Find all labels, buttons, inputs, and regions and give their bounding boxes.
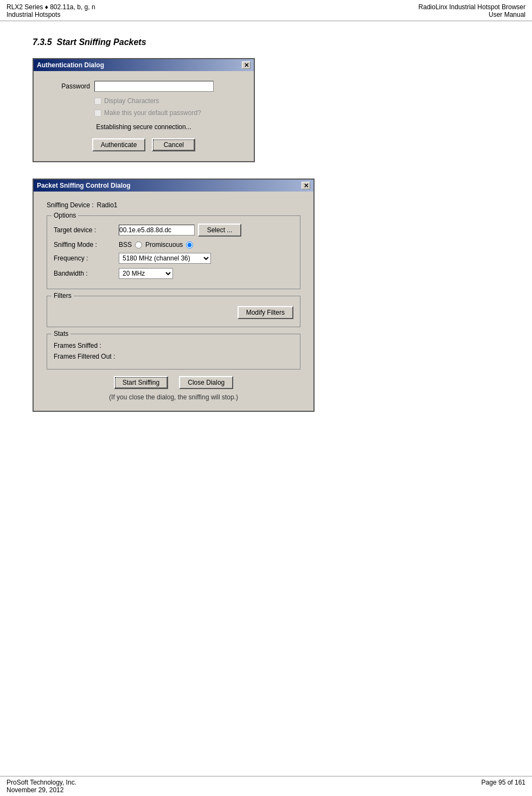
auth-display-chars-label: Display Characters <box>104 97 159 105</box>
frequency-row: Frequency : 5180 MHz (channel 36) <box>54 253 293 264</box>
header-product: RLX2 Series ♦ 802.11a, b, g, n <box>7 3 95 11</box>
sniff-device-label: Sniffing Device : <box>47 201 94 209</box>
page-footer: ProSoft Technology, Inc. November 29, 20… <box>0 776 532 796</box>
promiscuous-radio[interactable] <box>186 241 193 249</box>
bss-radio[interactable] <box>135 241 142 249</box>
sniff-note: (If you close the dialog, the sniffing w… <box>47 393 300 401</box>
options-legend: Options <box>52 212 78 219</box>
frequency-label: Frequency : <box>54 254 119 262</box>
auth-dialog-close-button[interactable]: ✕ <box>242 61 251 69</box>
section-title: Start Sniffing Packets <box>56 37 146 47</box>
auth-dialog: Authentication Dialog ✕ Password Display… <box>33 58 255 162</box>
bandwidth-select[interactable]: 20 MHz <box>119 268 173 279</box>
auth-default-password-label: Make this your default password? <box>104 109 201 117</box>
auth-default-password-row: Make this your default password? <box>94 109 241 117</box>
footer-page: Page 95 of 161 <box>482 779 525 794</box>
frames-sniffed-row: Frames Sniffed : <box>54 342 293 349</box>
auth-dialog-content: Password Display Characters Make this yo… <box>34 71 254 161</box>
sniff-device-value: Radio1 <box>97 201 118 209</box>
stats-group-inner: Frames Sniffed : Frames Filtered Out : <box>54 342 293 360</box>
auth-buttons-row: Authenticate Cancel <box>47 138 241 151</box>
auth-display-chars-row: Display Characters <box>94 97 241 105</box>
bandwidth-label: Bandwidth : <box>54 270 119 277</box>
stats-group-box: Stats Frames Sniffed : Frames Filtered O… <box>47 334 300 370</box>
sniff-device-row: Sniffing Device : Radio1 <box>47 201 300 209</box>
target-device-row: Target device : Select ... <box>54 224 293 237</box>
sniff-bottom-buttons: Start Sniffing Close Dialog <box>47 376 300 389</box>
auth-status-text: Establishing secure connection... <box>47 123 241 131</box>
header-left: RLX2 Series ♦ 802.11a, b, g, n Industria… <box>7 3 95 18</box>
header-right: RadioLinx Industrial Hotspot Browser Use… <box>419 3 525 18</box>
footer-company: ProSoft Technology, Inc. <box>7 779 76 786</box>
options-group-inner: Target device : Select ... Sniffing Mode… <box>54 224 293 279</box>
close-dialog-button[interactable]: Close Dialog <box>179 376 233 389</box>
sniff-mode-controls: BSS Promiscuous <box>119 241 193 249</box>
sniffing-mode-row: Sniffing Mode : BSS Promiscuous <box>54 241 293 249</box>
modify-filters-row: Modify Filters <box>54 304 293 321</box>
auth-dialog-title: Authentication Dialog <box>37 61 104 69</box>
header-app-name: RadioLinx Industrial Hotspot Browser <box>419 3 525 11</box>
frames-filtered-label: Frames Filtered Out : <box>54 353 115 360</box>
promiscuous-label: Promiscuous <box>145 241 183 249</box>
auth-password-input[interactable] <box>94 81 214 92</box>
auth-password-row: Password <box>47 81 241 92</box>
header-doc-type: User Manual <box>419 11 525 18</box>
main-content: 7.3.5 Start Sniffing Packets Authenticat… <box>0 21 532 444</box>
page-header: RLX2 Series ♦ 802.11a, b, g, n Industria… <box>0 0 532 21</box>
filters-group-inner: Modify Filters <box>54 304 293 321</box>
frequency-select[interactable]: 5180 MHz (channel 36) <box>119 253 211 264</box>
sniffing-mode-label: Sniffing Mode : <box>54 241 119 249</box>
modify-filters-button[interactable]: Modify Filters <box>238 306 293 319</box>
authenticate-button[interactable]: Authenticate <box>92 138 146 151</box>
auth-dialog-titlebar: Authentication Dialog ✕ <box>34 59 254 71</box>
sniff-dialog-wrapper: Packet Sniffing Control Dialog ✕ Sniffin… <box>33 179 499 412</box>
auth-password-label: Password <box>47 82 90 90</box>
sniff-dialog: Packet Sniffing Control Dialog ✕ Sniffin… <box>33 179 315 412</box>
cancel-button[interactable]: Cancel <box>152 138 195 151</box>
start-sniffing-button[interactable]: Start Sniffing <box>114 376 168 389</box>
auth-default-password-checkbox[interactable] <box>94 110 101 117</box>
bss-label: BSS <box>119 241 132 249</box>
footer-left: ProSoft Technology, Inc. November 29, 20… <box>7 779 76 794</box>
section-heading: 7.3.5 Start Sniffing Packets <box>33 37 499 47</box>
target-device-label: Target device : <box>54 226 119 234</box>
auth-display-chars-checkbox[interactable] <box>94 98 101 105</box>
options-group-box: Options Target device : Select ... Sniff… <box>47 215 300 289</box>
stats-legend: Stats <box>52 330 70 337</box>
auth-dialog-wrapper: Authentication Dialog ✕ Password Display… <box>33 58 499 162</box>
sniff-dialog-titlebar: Packet Sniffing Control Dialog ✕ <box>34 180 313 192</box>
sniff-dialog-close-button[interactable]: ✕ <box>302 182 310 189</box>
frames-sniffed-label: Frames Sniffed : <box>54 342 101 349</box>
frames-filtered-row: Frames Filtered Out : <box>54 353 293 360</box>
footer-date: November 29, 2012 <box>7 786 76 794</box>
sniff-dialog-content: Sniffing Device : Radio1 Options Target … <box>34 192 313 411</box>
filters-legend: Filters <box>52 292 74 300</box>
section-number: 7.3.5 <box>33 37 52 47</box>
bandwidth-row: Bandwidth : 20 MHz <box>54 268 293 279</box>
target-device-input[interactable] <box>119 225 195 235</box>
filters-group-box: Filters Modify Filters <box>47 296 300 327</box>
header-section: Industrial Hotspots <box>7 11 95 18</box>
select-button[interactable]: Select ... <box>198 224 241 237</box>
sniff-dialog-title: Packet Sniffing Control Dialog <box>37 182 131 189</box>
